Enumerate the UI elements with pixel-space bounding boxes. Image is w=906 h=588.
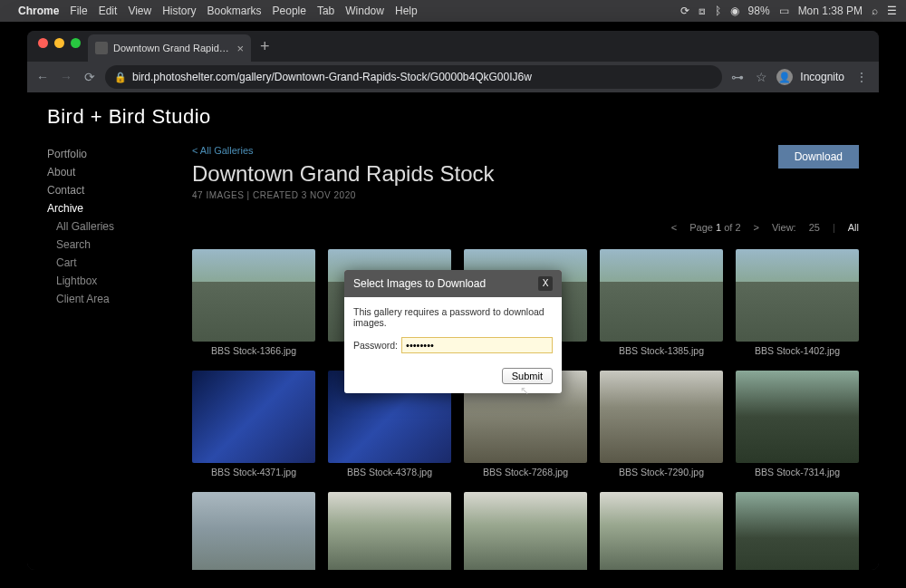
thumbnail-caption: BBS Stock-1366.jpg xyxy=(192,345,315,356)
page-label: Page xyxy=(689,222,713,233)
wifi-icon[interactable]: ◉ xyxy=(730,5,739,17)
thumbnail-item[interactable]: BBS Stock-1402.jpg xyxy=(736,249,859,356)
nav-contact[interactable]: Contact xyxy=(47,181,156,199)
thumbnail-caption: BBS Stock-1402.jpg xyxy=(736,345,859,356)
bookmark-star-icon[interactable]: ☆ xyxy=(753,70,769,84)
menu-edit[interactable]: Edit xyxy=(99,5,118,17)
favicon-icon xyxy=(95,42,108,54)
view-25[interactable]: 25 xyxy=(809,222,820,233)
thumbnail-item[interactable]: BBS Stock-1366.jpg xyxy=(192,249,315,356)
maximize-window-button[interactable] xyxy=(71,38,81,48)
view-all[interactable]: All xyxy=(848,222,859,233)
thumbnail-image[interactable] xyxy=(600,371,723,463)
thumbnail-caption: BBS Stock-7268.jpg xyxy=(464,467,587,477)
thumbnail-image[interactable] xyxy=(328,492,451,570)
thumbnail-item[interactable] xyxy=(464,492,587,570)
tab-title: Downtown Grand Rapids Stock xyxy=(113,43,231,53)
battery-pct: 98% xyxy=(748,5,770,17)
thumbnail-image[interactable] xyxy=(600,492,723,570)
thumbnail-item[interactable]: BBS Stock-1385.jpg xyxy=(600,249,723,356)
url-text: bird.photoshelter.com/gallery/Downtown-G… xyxy=(132,71,532,83)
address-bar: ← → ⟳ 🔒 bird.photoshelter.com/gallery/Do… xyxy=(27,62,879,92)
gallery-meta: 47 IMAGES | CREATED 3 NOV 2020 xyxy=(192,190,495,200)
password-input[interactable] xyxy=(401,337,553,353)
menu-file[interactable]: File xyxy=(70,5,87,17)
gallery-toolbar: < Page 1 of 2 > View: 25 | All xyxy=(192,222,859,233)
thumbnail-image[interactable] xyxy=(736,371,859,463)
prev-page-icon[interactable]: < xyxy=(671,222,677,233)
bluetooth-icon[interactable]: ᛒ xyxy=(715,5,721,17)
key-icon[interactable]: ⊶ xyxy=(729,70,746,84)
thumbnail-image[interactable] xyxy=(192,249,315,342)
thumbnail-image[interactable] xyxy=(192,492,315,570)
download-button[interactable]: Download xyxy=(778,145,859,169)
profile-chip[interactable]: 👤 Incognito xyxy=(776,69,844,85)
thumbnail-item[interactable] xyxy=(600,492,723,570)
site-title[interactable]: Bird + Bird Studio xyxy=(47,105,859,129)
breadcrumb[interactable]: < All Galleries xyxy=(192,145,495,156)
page-content: Bird + Bird Studio Portfolio About Conta… xyxy=(27,92,879,570)
thumbnail-item[interactable] xyxy=(736,492,859,570)
thumbnail-item[interactable] xyxy=(192,492,315,570)
thumbnail-caption: BBS Stock-7290.jpg xyxy=(600,467,723,477)
thumbnail-item[interactable]: BBS Stock-7314.jpg xyxy=(736,371,859,477)
close-tab-icon[interactable]: × xyxy=(236,42,244,55)
nav-lightbox[interactable]: Lightbox xyxy=(47,272,156,290)
next-page-icon[interactable]: > xyxy=(754,222,759,233)
nav-archive[interactable]: Archive xyxy=(47,199,156,217)
thumbnail-image[interactable] xyxy=(736,249,859,342)
thumbnail-item[interactable]: BBS Stock-7290.jpg xyxy=(600,371,723,477)
incognito-icon: 👤 xyxy=(776,69,793,85)
nav-all-galleries[interactable]: All Galleries xyxy=(47,217,156,236)
menu-tab[interactable]: Tab xyxy=(317,5,334,17)
sync-icon[interactable]: ⟳ xyxy=(680,5,689,17)
nav-cart[interactable]: Cart xyxy=(47,254,156,272)
nav-about[interactable]: About xyxy=(47,163,156,181)
back-button[interactable]: ← xyxy=(34,70,51,84)
menu-window[interactable]: Window xyxy=(345,5,384,17)
forward-button: → xyxy=(58,70,74,84)
thumbnail-caption: BBS Stock-4371.jpg xyxy=(192,467,315,477)
page-total: 2 xyxy=(735,222,740,233)
menu-bookmarks[interactable]: Bookmarks xyxy=(207,5,262,17)
menu-view[interactable]: View xyxy=(128,5,151,17)
thumbnail-caption: BBS Stock-7314.jpg xyxy=(736,467,859,477)
chrome-menu-icon[interactable]: ⋮ xyxy=(852,70,872,84)
close-window-button[interactable] xyxy=(38,38,48,48)
sidebar-nav: Portfolio About Contact Archive All Gall… xyxy=(47,145,156,570)
dropbox-icon[interactable]: ⧈ xyxy=(699,5,706,17)
submit-button[interactable]: Submit xyxy=(502,368,553,384)
thumbnail-item[interactable]: BBS Stock-4371.jpg xyxy=(192,371,315,477)
modal-close-button[interactable]: X xyxy=(538,276,553,291)
reload-button[interactable]: ⟳ xyxy=(82,70,98,84)
spotlight-icon[interactable]: ⌕ xyxy=(872,5,878,17)
nav-client-area[interactable]: Client Area xyxy=(47,290,156,308)
nav-portfolio[interactable]: Portfolio xyxy=(47,145,156,163)
thumbnail-caption: BBS Stock-4378.jpg xyxy=(328,467,451,477)
menu-people[interactable]: People xyxy=(273,5,306,17)
traffic-lights xyxy=(34,38,88,55)
macos-menubar: Chrome File Edit View History Bookmarks … xyxy=(0,0,906,22)
omnibox[interactable]: 🔒 bird.photoshelter.com/gallery/Downtown… xyxy=(105,65,722,89)
password-label: Password: xyxy=(353,340,398,351)
minimize-window-button[interactable] xyxy=(54,38,64,48)
page-of: of xyxy=(724,222,732,233)
thumbnail-image[interactable] xyxy=(464,492,587,570)
thumbnail-item[interactable] xyxy=(328,492,451,570)
gallery-title: Downtown Grand Rapids Stock xyxy=(192,161,495,187)
modal-title: Select Images to Download xyxy=(353,277,486,290)
lock-icon: 🔒 xyxy=(114,72,127,83)
view-label: View: xyxy=(772,222,796,233)
menu-history[interactable]: History xyxy=(162,5,196,17)
menu-help[interactable]: Help xyxy=(395,5,418,17)
tab-bar: Downtown Grand Rapids Stock × + xyxy=(27,31,879,62)
new-tab-button[interactable]: + xyxy=(251,37,279,62)
nav-search[interactable]: Search xyxy=(47,236,156,254)
thumbnail-image[interactable] xyxy=(192,371,315,463)
thumbnail-image[interactable] xyxy=(600,249,723,342)
browser-tab[interactable]: Downtown Grand Rapids Stock × xyxy=(88,34,251,62)
clock[interactable]: Mon 1:38 PM xyxy=(798,5,863,17)
app-name[interactable]: Chrome xyxy=(18,5,59,17)
thumbnail-image[interactable] xyxy=(736,492,859,570)
control-center-icon[interactable]: ☰ xyxy=(887,5,897,17)
